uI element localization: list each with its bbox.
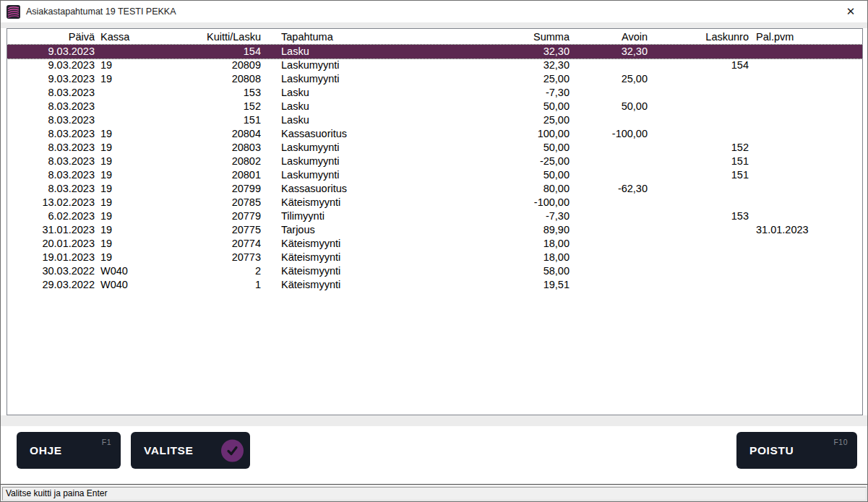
table-row[interactable]: 8.03.20231920804Kassasuoritus100,00-100,… [7,127,862,141]
table-row-selected[interactable]: 9.03.2023154Lasku32,3032,30 [7,45,862,59]
cell-kassa: W040 [100,264,166,278]
table-row[interactable]: 6.02.20231920779Tilimyynti-7,30153 [7,209,862,223]
cell-avoin [546,209,648,223]
table-row[interactable]: 9.03.20231920809Laskumyynti32,30154 [7,59,862,72]
cell-laskunro [662,72,749,86]
cell-tapahtuma: Tilimyynti [281,209,433,223]
cell-paiva: 8.03.2023 [7,127,95,141]
column-header-avoin: Avoin [546,29,648,45]
cell-kuitti: 20785 [167,196,261,209]
table-row[interactable]: 13.02.20231920785Käteismyynti-100,00 [7,196,862,209]
cell-paiva: 29.03.2022 [7,278,95,292]
cell-laskunro [662,223,749,237]
cell-palpvm [756,45,857,59]
column-header-tapahtuma: Tapahtuma [281,29,433,45]
cell-palpvm [756,278,857,292]
cell-avoin [546,86,648,100]
cell-tapahtuma: Lasku [281,86,433,100]
table-header: Päivä Kassa Kuitti/Lasku Tapahtuma Summa… [7,29,862,45]
cell-paiva: 19.01.2023 [7,251,95,264]
cell-paiva: 30.03.2022 [7,264,95,278]
cell-laskunro [662,251,749,264]
cell-kassa [100,113,166,127]
cell-laskunro: 152 [662,141,749,155]
cell-avoin [546,113,648,127]
cell-kuitti: 151 [167,113,261,127]
poistu-button[interactable]: POISTU F10 [736,432,857,469]
cell-paiva: 8.03.2023 [7,141,95,155]
statusbar: Valitse kuitti ja paina Enter [1,485,867,502]
cell-paiva: 6.02.2023 [7,209,95,223]
cell-laskunro: 151 [662,155,749,168]
cell-kuitti: 20804 [167,127,261,141]
column-header-kuitti: Kuitti/Lasku [167,29,261,45]
close-icon[interactable]: ✕ [834,1,867,22]
cell-paiva: 9.03.2023 [7,72,95,86]
cell-laskunro: 151 [662,168,749,182]
cell-palpvm [756,209,857,223]
table-row[interactable]: 8.03.20231920803Laskumyynti50,00152 [7,141,862,155]
cell-laskunro [662,100,749,113]
table-row[interactable]: 9.03.20231920808Laskumyynti25,0025,00 [7,72,862,86]
app-window: Asiakastapahtumat 19 TESTI PEKKA ✕ Päivä… [0,0,868,502]
table-row[interactable]: 8.03.20231920799Kassasuoritus80,00-62,30 [7,182,862,196]
cell-avoin [546,251,648,264]
cell-avoin [546,223,648,237]
cell-palpvm [756,113,857,127]
cell-palpvm [756,127,857,141]
cell-avoin [546,264,648,278]
cell-tapahtuma: Lasku [281,100,433,113]
table-row[interactable]: 8.03.20231920801Laskumyynti50,00151 [7,168,862,182]
cell-avoin: 25,00 [546,72,648,86]
cell-kuitti: 152 [167,100,261,113]
table-row[interactable]: 8.03.2023153Lasku-7,30 [7,86,862,100]
cell-tapahtuma: Lasku [281,113,433,127]
ohje-button[interactable]: OHJE F1 [17,432,121,469]
cell-avoin: 32,30 [546,45,648,59]
cell-tapahtuma: Kassasuoritus [281,182,433,196]
cell-laskunro [662,127,749,141]
cell-tapahtuma: Laskumyynti [281,168,433,182]
cell-paiva: 31.01.2023 [7,223,95,237]
table-row[interactable]: 31.01.20231920775Tarjous89,9031.01.2023 [7,223,862,237]
cell-paiva: 8.03.2023 [7,182,95,196]
cell-palpvm: 31.01.2023 [756,223,857,237]
valitse-button-label: VALITSE [144,444,194,457]
table-row[interactable]: 8.03.2023152Lasku50,0050,00 [7,100,862,113]
table-row[interactable]: 29.03.2022W0401Käteismyynti19,51 [7,278,862,292]
cell-laskunro [662,237,749,251]
cell-tapahtuma: Lasku [281,45,433,59]
cell-paiva: 9.03.2023 [7,59,95,72]
check-icon [221,439,244,462]
table-row[interactable]: 8.03.2023151Lasku25,00 [7,113,862,127]
cell-tapahtuma: Tarjous [281,223,433,237]
cell-kassa [100,86,166,100]
cell-palpvm [756,196,857,209]
table-row[interactable]: 30.03.2022W0402Käteismyynti58,00 [7,264,862,278]
cell-kuitti: 20802 [167,155,261,168]
cell-kuitti: 20808 [167,72,261,86]
cell-palpvm [756,182,857,196]
cell-avoin [546,237,648,251]
cell-kassa: 19 [100,59,166,72]
cell-paiva: 8.03.2023 [7,168,95,182]
poistu-button-label: POISTU [749,444,794,457]
cell-palpvm [756,59,857,72]
table-row[interactable]: 19.01.20231920773Käteismyynti18,00 [7,251,862,264]
cell-kuitti: 20775 [167,223,261,237]
cell-kassa: 19 [100,209,166,223]
poistu-key-hint: F10 [833,438,848,446]
cell-tapahtuma: Laskumyynti [281,72,433,86]
valitse-button[interactable]: VALITSE [131,432,250,469]
cell-kuitti: 20803 [167,141,261,155]
column-header-kassa: Kassa [100,29,166,45]
ohje-key-hint: F1 [102,438,111,446]
cell-kassa: 19 [100,223,166,237]
cell-kassa: 19 [100,168,166,182]
titlebar: Asiakastapahtumat 19 TESTI PEKKA ✕ [1,1,867,22]
cell-kuitti: 2 [167,264,261,278]
table-row[interactable]: 20.01.20231920774Käteismyynti18,00 [7,237,862,251]
cell-avoin: 50,00 [546,100,648,113]
cell-kuitti: 20809 [167,59,261,72]
table-row[interactable]: 8.03.20231920802Laskumyynti-25,00151 [7,155,862,168]
